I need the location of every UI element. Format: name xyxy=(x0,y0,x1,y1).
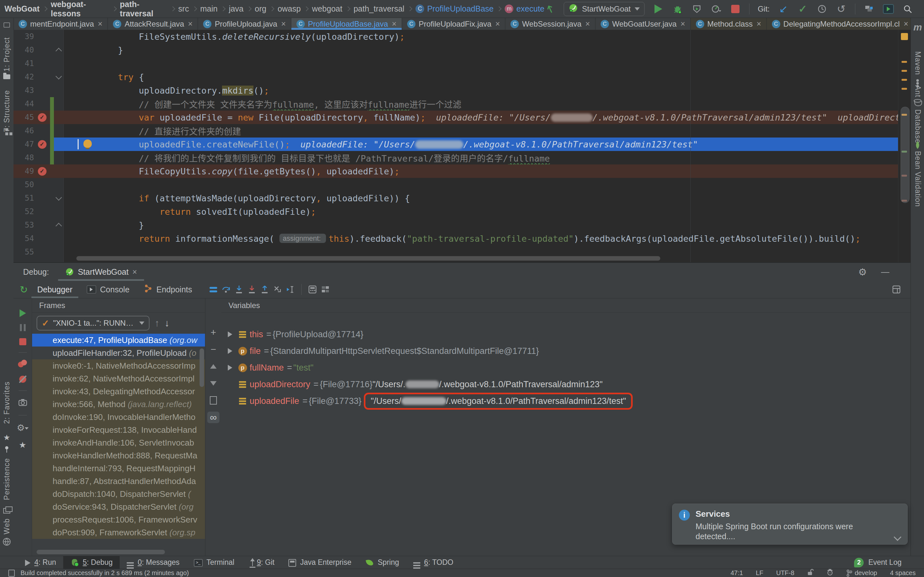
stripe-mark[interactable] xyxy=(901,79,907,81)
expand-arrow-icon[interactable] xyxy=(225,365,236,371)
stack-frame-row[interactable]: doPost:909, FrameworkServlet (org.sp xyxy=(32,526,205,539)
editor-line[interactable]: 39FileSystemUtils.deleteRecursively(uplo… xyxy=(13,30,911,43)
breakpoint-gutter[interactable]: ✓ xyxy=(34,137,50,151)
close-tab-icon[interactable]: × xyxy=(495,19,500,29)
git-branch-widget[interactable]: develop xyxy=(846,569,877,577)
stack-frame-row[interactable]: invoke:62, NativeMethodAccessorImpl xyxy=(32,372,205,385)
fold-down-icon[interactable] xyxy=(55,73,62,79)
editor-vertical-scrollbar[interactable] xyxy=(901,107,909,203)
expand-arrow-icon[interactable] xyxy=(225,332,236,337)
tool-window-button-6-todo[interactable]: 6: TODO xyxy=(406,556,460,569)
breadcrumb-item[interactable]: src xyxy=(178,4,189,13)
inspection-indicator[interactable] xyxy=(901,33,908,40)
stack-frame-row[interactable]: doService:943, DispatcherServlet (org xyxy=(32,500,205,513)
add-watch-icon[interactable]: + xyxy=(207,327,220,338)
lock-icon[interactable] xyxy=(807,569,814,577)
tool-window-button-spring[interactable]: Spring xyxy=(359,556,406,569)
sidebar-item-persistence[interactable]: Persistence xyxy=(3,458,11,500)
editor-line[interactable]: 41 xyxy=(13,57,911,70)
breakpoint-icon[interactable]: ✓ xyxy=(38,167,47,176)
fold-gutter[interactable] xyxy=(54,47,63,53)
breakpoint-gutter[interactable] xyxy=(34,84,50,97)
close-tab-icon[interactable]: × xyxy=(680,19,685,29)
editor-tab[interactable]: CMethod.class× xyxy=(691,18,767,30)
sidebar-item-2-favorites[interactable]: 2: Favorites xyxy=(3,382,11,424)
close-tab-icon[interactable]: × xyxy=(585,19,590,29)
editor-tab[interactable]: CDelegatingMethodAccessorImpl.cl× xyxy=(767,18,911,30)
variable-row[interactable]: pfullName= "test" xyxy=(221,359,911,376)
stack-frame-row[interactable]: execute:47, ProfileUploadBase (org.ow xyxy=(32,334,205,347)
variable-row[interactable]: uploadedFile= {File@17733}"/Users//.webg… xyxy=(221,393,911,409)
tab-console[interactable]: Console xyxy=(81,281,136,298)
show-watches-icon[interactable]: ∞ xyxy=(207,412,220,423)
step-over-icon[interactable] xyxy=(221,284,231,295)
pin-icon[interactable] xyxy=(5,446,8,453)
git-commit-icon[interactable]: ✓ xyxy=(797,3,808,15)
close-tab-icon[interactable]: × xyxy=(98,19,103,29)
close-tab-icon[interactable]: × xyxy=(756,19,761,29)
thread-dump-camera-icon[interactable] xyxy=(18,398,27,408)
stack-frame-row[interactable]: handleInternal:793, RequestMappingH xyxy=(32,462,205,475)
breadcrumb-item[interactable]: java xyxy=(229,4,244,13)
tool-window-button-java-enterprise[interactable]: Java Enterprise xyxy=(281,556,359,569)
stripe-mark[interactable] xyxy=(901,70,907,72)
debug-session-tab[interactable]: StartWebGoat × xyxy=(58,263,144,281)
fold-gutter[interactable] xyxy=(54,76,63,79)
sidebar-item-web[interactable]: Web xyxy=(3,518,11,534)
editor-tab[interactable]: CWebSession.java× xyxy=(505,18,596,30)
remove-watch-icon[interactable]: − xyxy=(207,343,220,355)
breadcrumb-item[interactable]: path-traversal xyxy=(120,0,167,18)
thread-selector[interactable]: ✓ "XNIO-1 ta...": RUNNING xyxy=(37,316,150,330)
stop-button[interactable] xyxy=(730,3,741,15)
expand-arrow-icon[interactable] xyxy=(225,348,236,354)
profiler-icon[interactable] xyxy=(711,3,722,15)
settings-gear-icon[interactable]: ⚙ xyxy=(858,266,867,277)
sidebar-item-1-project[interactable]: 1: Project xyxy=(3,37,11,71)
close-tab-icon[interactable]: × xyxy=(188,19,193,29)
breakpoint-gutter[interactable] xyxy=(34,124,50,137)
force-step-into-icon[interactable] xyxy=(247,284,257,295)
highlighting-level-icon[interactable] xyxy=(827,569,834,577)
code-editor[interactable]: 39FileSystemUtils.deleteRecursively(uplo… xyxy=(13,30,911,262)
stack-frame-row[interactable]: invoke:43, DelegatingMethodAccessor xyxy=(32,385,205,398)
editor-line[interactable]: 42try { xyxy=(13,70,911,84)
run-anything-icon[interactable] xyxy=(883,3,894,15)
editor-line[interactable]: 43uploadDirectory.mkdirs(); xyxy=(13,84,911,97)
caret-position[interactable]: 47:1 xyxy=(730,569,743,577)
restore-layout-icon[interactable] xyxy=(891,284,901,295)
stack-frame-row[interactable]: doInvoke:190, InvocableHandlerMetho xyxy=(32,411,205,424)
expand-chevron-icon[interactable] xyxy=(893,533,901,541)
editor-tab[interactable]: CProfileUploadFix.java× xyxy=(402,18,505,30)
fold-up-icon[interactable] xyxy=(55,223,62,229)
stripe-mark[interactable] xyxy=(901,61,907,63)
layout-settings-icon[interactable] xyxy=(320,284,330,295)
minimize-icon[interactable]: — xyxy=(881,267,889,277)
duplicate-icon[interactable] xyxy=(207,395,220,406)
breadcrumb-item[interactable]: org xyxy=(255,4,266,13)
stack-frame-row[interactable]: uploadFileHandler:32, ProfileUpload (o xyxy=(32,347,205,359)
move-up-icon[interactable] xyxy=(207,361,220,372)
view-breakpoints-icon[interactable] xyxy=(18,359,27,368)
move-down-icon[interactable] xyxy=(207,378,220,389)
status-message[interactable]: Build completed successfully in 2 s 689 … xyxy=(21,569,189,577)
project-structure-icon[interactable] xyxy=(864,3,875,15)
editor-line[interactable]: 53} xyxy=(13,218,911,232)
editor-line[interactable]: 52return solvedIt(uploadedFile); xyxy=(13,205,911,218)
editor-tab[interactable]: CProfileUploadBase.java× xyxy=(291,18,402,30)
editor-line[interactable]: 54return informationMessage( assignment:… xyxy=(13,232,911,245)
git-update-icon[interactable]: ↙ xyxy=(778,3,789,15)
stack-frame-row[interactable]: invokeHandlerMethod:888, RequestMa xyxy=(32,449,205,462)
editor-tab[interactable]: CmentEndpoint.java× xyxy=(13,18,108,30)
stack-frame-row[interactable]: invokeAndHandle:106, ServletInvocab xyxy=(32,436,205,449)
sidebar-item-maven[interactable]: Maven xyxy=(913,51,922,75)
window-split-icon[interactable] xyxy=(3,23,10,27)
run-configuration-select[interactable]: StartWebGoat xyxy=(564,2,645,16)
step-out-icon[interactable] xyxy=(260,284,270,295)
editor-line[interactable]: 40} xyxy=(13,43,911,57)
breakpoint-gutter[interactable] xyxy=(34,232,50,245)
run-to-cursor-icon[interactable] xyxy=(285,284,296,295)
breakpoint-icon[interactable]: ✓ xyxy=(38,140,47,149)
line-separator[interactable]: LF xyxy=(756,569,763,577)
stack-frame-row[interactable]: handle:87, AbstractHandlerMethodAda xyxy=(32,475,205,488)
prev-frame-icon[interactable]: ↑ xyxy=(155,318,160,329)
